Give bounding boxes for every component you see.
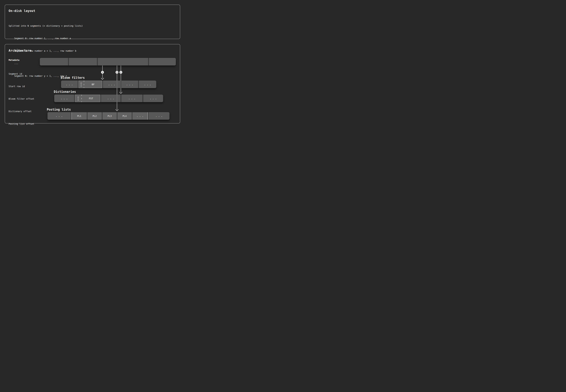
metadata-heading: Metadata [9,59,19,61]
pl-label: PL2 [93,115,97,117]
metadata-field: Dictionary offset [9,109,34,113]
metadata-bar-segment [149,58,176,65]
metadata-field: Start row id [9,84,34,88]
fst-label: FST [82,95,100,102]
posting-list-block: PL4 [117,112,132,120]
dict-ellipsis-cell: ... [143,95,163,102]
metadata-bar-segment [98,58,148,65]
bloom-size-field: SIZE [79,81,84,88]
ellipsis: ... [55,114,64,117]
ellipsis: ... [154,114,164,117]
posting-list-block: PL2 [87,112,102,120]
metadata-bar [40,58,176,65]
bloom-filter-block: SIZE BF [79,81,102,88]
on-disk-intro: Splitted into N segments (= dictionary +… [9,24,83,28]
step-badge-1: 1 [101,71,104,74]
bloom-ellipsis-cell: ... [103,81,121,88]
bloom-filters-bar: ... SIZE BF ... ... ... [61,81,156,88]
pl-label: PL4 [123,115,127,117]
bloom-filters-heading: Bloom filters [61,76,85,80]
bloom-ellipsis-cell: ... [139,81,156,88]
dict-ellipsis-cell: ... [121,95,142,102]
bar-divider [138,81,139,88]
bf-label: BF [84,81,102,88]
step-badge-2: 2 [119,71,122,74]
posting-lists-highlight-group: PL1 PL2 PL3 PL4 ... [71,112,148,120]
bar-divider [142,95,143,102]
pl-label: PL1 [77,115,81,117]
bar-divider [68,58,69,65]
bar-divider [74,95,75,102]
posting-lists-bar: ... PL1 PL2 PL3 PL4 ... .. [47,112,170,120]
dict-ellipsis-cell: ... [54,95,74,102]
bar-divider [102,81,103,88]
dict-ellipsis-cell: ... [101,95,121,102]
ellipsis: ... [125,83,134,86]
ellipsis: ... [127,97,137,100]
bloom-ellipsis-cell: ... [61,81,78,88]
step-badge-3: 3 [115,71,118,74]
architecture-title: Architecture [9,49,31,52]
ellipsis: ... [135,114,145,117]
on-disk-layout-panel: On-disk layout Splitted into N segments … [5,5,180,39]
slide: On-disk layout Splitted into N segments … [0,0,185,128]
size-label: SIZE [77,96,79,101]
bar-divider [121,81,121,88]
dictionaries-bar: ... SIZE FST ... ... ... [54,95,163,102]
posting-ellipsis-cell: ... [47,112,71,120]
posting-list-block: PL1 [72,112,87,120]
metadata-field-list: Segment id Start row id Bloom filter off… [9,63,34,128]
ellipsis: ... [143,83,152,86]
bar-divider [78,81,79,88]
ellipsis: ... [65,83,74,86]
size-label: SIZE [80,82,82,87]
ellipsis: ... [59,97,69,100]
ellipsis: ... [106,97,115,100]
pl-label: PL3 [108,115,112,117]
metadata-field: Bloom filter offset [9,97,34,101]
posting-ellipsis-cell: ... [149,112,170,120]
bar-divider [121,95,121,102]
metadata-bar-segment [40,58,68,65]
bar-divider [97,58,98,65]
posting-ellipsis-cell: ... [132,112,148,120]
bloom-ellipsis-cell: ... [121,81,138,88]
bar-divider [100,95,101,102]
on-disk-title: On-disk layout [9,9,35,13]
posting-list-block: PL3 [102,112,117,120]
posting-lists-heading: Posting lists [47,108,71,111]
metadata-field: Segment id [9,72,34,76]
ellipsis: ... [107,83,116,86]
metadata-field: Posting list offset [9,122,34,126]
segment-line: Segment 0: row number 1, ..., row number… [9,36,83,41]
dictionary-block: SIZE FST [75,95,100,102]
bar-divider [148,58,149,65]
dict-size-field: SIZE [75,95,82,102]
metadata-bar-segment [69,58,97,65]
dictionaries-heading: Dictionaries [54,90,76,94]
ellipsis: ... [148,97,158,100]
